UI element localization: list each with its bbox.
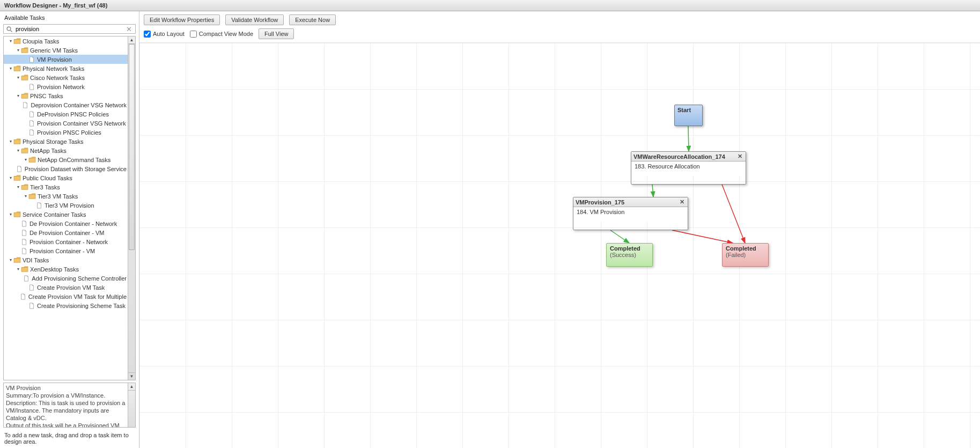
task-icon — [20, 293, 26, 300]
tree-folder[interactable]: ▾NetApp Tasks — [4, 146, 128, 155]
execute-now-button[interactable]: Execute Now — [289, 14, 336, 25]
tree-task-item[interactable]: Provision Container - VM — [4, 246, 128, 255]
task-icon — [28, 120, 35, 127]
expand-icon[interactable]: ▾ — [16, 267, 21, 271]
scroll-up-icon[interactable]: ▲ — [128, 36, 135, 44]
expand-icon[interactable]: ▾ — [8, 139, 13, 144]
validate-workflow-button[interactable]: Validate Workflow — [225, 14, 284, 25]
tree-task-item[interactable]: Provision Container VSG Network — [4, 119, 128, 128]
expand-icon[interactable]: ▾ — [16, 93, 21, 98]
tree-folder[interactable]: ▾PNSC Tasks — [4, 91, 128, 100]
tree-task-item[interactable]: Provision Dataset with Storage Service — [4, 164, 128, 173]
tree-item-label: Cloupia Tasks — [23, 38, 59, 45]
tree-folder[interactable]: ▾Service Container Tasks — [4, 210, 128, 219]
completed-success-node[interactable]: Completed(Success) — [606, 243, 653, 267]
tree-folder[interactable]: ▾Public Cloud Tasks — [4, 173, 128, 182]
expand-icon[interactable]: ▾ — [16, 48, 21, 53]
start-node[interactable]: Start — [674, 105, 703, 126]
tree-task-item[interactable]: Provision Container - Network — [4, 237, 128, 246]
compact-view-checkbox[interactable]: Compact View Mode — [190, 31, 253, 38]
tree-folder[interactable]: ▾XenDesktop Tasks — [4, 265, 128, 274]
tree-folder[interactable]: ▾Physical Network Tasks — [4, 64, 128, 73]
scroll-up-icon[interactable]: ▲ — [128, 383, 135, 391]
clear-search-icon[interactable]: ✕ — [125, 26, 132, 33]
tree-task-item[interactable]: Provision Network — [4, 82, 128, 91]
tree-item-label: Provision Network — [37, 84, 85, 90]
tree-item-label: Provision Container - Network — [30, 239, 108, 245]
tree-item-label: Public Cloud Tasks — [23, 175, 72, 181]
task-icon — [21, 221, 27, 227]
expand-icon[interactable]: ▾ — [8, 212, 13, 217]
tree-task-item[interactable]: Create Provision VM Task for Multiple — [4, 292, 128, 301]
tree-folder[interactable]: ▾Cisco Network Tasks — [4, 73, 128, 82]
auto-layout-checkbox-input[interactable] — [144, 31, 151, 38]
svg-line-1 — [11, 31, 12, 32]
tree-item-label: Create Provision VM Task for Multiple — [28, 293, 127, 300]
tree-task-item[interactable]: Create Provision VM Task — [4, 283, 128, 292]
desc-title: VM Provision — [6, 384, 127, 392]
auto-layout-label: Auto Layout — [153, 31, 185, 37]
auto-layout-checkbox[interactable]: Auto Layout — [144, 31, 185, 38]
close-icon[interactable]: ✕ — [679, 199, 686, 205]
task-icon — [28, 111, 35, 117]
full-view-button[interactable]: Full View — [259, 28, 294, 39]
workflow-node-vm-provision[interactable]: VMProvision_175✕184. VM Provision — [573, 197, 688, 230]
tree-folder[interactable]: ▾Cloupia Tasks — [4, 36, 128, 46]
folder-icon — [21, 184, 28, 190]
main-area: Edit Workflow Properties Validate Workfl… — [139, 11, 980, 448]
expand-icon[interactable]: ▾ — [8, 39, 13, 43]
scroll-down-icon[interactable]: ▼ — [128, 372, 135, 380]
task-icon — [28, 129, 35, 136]
tree-task-item[interactable]: De Provision Container - Network — [4, 219, 128, 228]
task-icon — [28, 303, 35, 309]
expand-icon[interactable]: ▾ — [23, 157, 28, 162]
task-icon — [28, 56, 35, 63]
folder-icon — [28, 157, 36, 163]
tree-task-item[interactable]: Deprovision Container VSG Network — [4, 100, 128, 109]
tree-folder[interactable]: ▾Tier3 Tasks — [4, 182, 128, 192]
tree-task-item[interactable]: VM Provision — [4, 55, 128, 64]
expand-icon[interactable]: ▾ — [8, 258, 13, 262]
tree-item-label: De Provision Container - Network — [30, 221, 117, 227]
node-body: 184. VM Provision — [573, 207, 688, 222]
tree-folder[interactable]: ▾VDI Tasks — [4, 255, 128, 265]
task-tree-scroll[interactable]: ▾Cloupia Tasks▾Generic VM TasksVM Provis… — [4, 36, 128, 380]
tree-task-item[interactable]: Create Provisioning Scheme Task — [4, 301, 128, 310]
workflow-node-resource-allocation[interactable]: VMWareResourceAllocation_174✕183. Resour… — [631, 151, 746, 185]
tree-item-label: Provision Dataset with Storage Service — [25, 166, 127, 172]
expand-icon[interactable]: ▾ — [8, 175, 13, 180]
tree-folder[interactable]: ▾Physical Storage Tasks — [4, 137, 128, 146]
tree-folder[interactable]: ▾NetApp OnCommand Tasks — [4, 155, 128, 164]
edit-workflow-properties-button[interactable]: Edit Workflow Properties — [144, 14, 220, 25]
node-title: VMProvision_175 — [576, 199, 624, 205]
expand-icon[interactable]: ▾ — [16, 185, 21, 189]
end-node-title: Completed — [726, 245, 765, 252]
expand-icon[interactable]: ▾ — [23, 194, 28, 199]
tree-task-item[interactable]: De Provision Container - VM — [4, 228, 128, 237]
expand-icon[interactable]: ▾ — [8, 66, 13, 71]
grid-background — [139, 43, 980, 448]
tree-task-item[interactable]: Provision PNSC Policies — [4, 128, 128, 137]
compact-view-checkbox-input[interactable] — [190, 31, 197, 38]
end-node-status: (Success) — [610, 252, 649, 258]
expand-icon[interactable]: ▾ — [16, 148, 21, 153]
tree-item-label: Tier3 Tasks — [30, 184, 60, 190]
tree-task-item[interactable]: Add Provisioning Scheme Controller — [4, 274, 128, 283]
search-input[interactable] — [3, 24, 136, 34]
folder-icon — [21, 93, 28, 99]
tree-scrollbar[interactable]: ▲ ▼ — [128, 36, 135, 380]
desc-scrollbar[interactable]: ▲ — [128, 383, 135, 427]
folder-icon — [13, 211, 21, 218]
task-icon — [23, 275, 30, 282]
close-icon[interactable]: ✕ — [736, 153, 743, 160]
scroll-thumb[interactable] — [129, 44, 135, 250]
tree-folder[interactable]: ▾Generic VM Tasks — [4, 46, 128, 55]
tree-task-item[interactable]: Tier3 VM Provision — [4, 201, 128, 210]
tree-item-label: Physical Network Tasks — [23, 65, 84, 72]
workflow-canvas[interactable]: StartVMWareResourceAllocation_174✕183. R… — [139, 43, 980, 448]
expand-icon[interactable]: ▾ — [16, 75, 21, 80]
completed-failed-node[interactable]: Completed(Failed) — [722, 243, 769, 267]
folder-icon — [13, 257, 21, 263]
tree-folder[interactable]: ▾Tier3 VM Tasks — [4, 192, 128, 201]
tree-task-item[interactable]: DeProvision PNSC Policies — [4, 109, 128, 119]
